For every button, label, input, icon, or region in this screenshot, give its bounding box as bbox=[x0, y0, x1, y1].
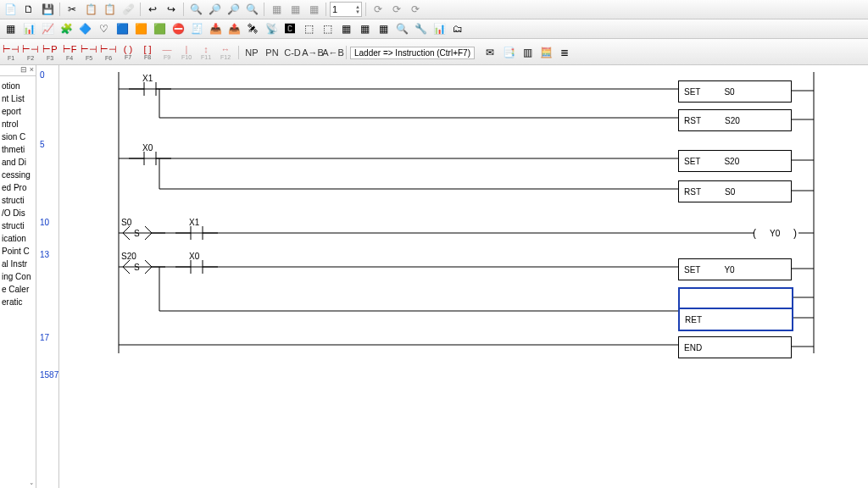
pill-2[interactable]: C-D bbox=[283, 47, 302, 58]
compile-1-icon[interactable]: ▦ bbox=[268, 1, 285, 18]
sidebar-item-9[interactable]: and Di bbox=[0, 156, 36, 169]
fkey-f12[interactable]: ↔F12 bbox=[216, 44, 235, 61]
output-box-0[interactable]: SETS0 bbox=[678, 80, 792, 103]
sidebar-item-11[interactable]: ed Pro bbox=[0, 181, 36, 194]
cut-icon[interactable]: ✂ bbox=[64, 1, 81, 18]
fkey-f8[interactable]: [ ]F8 bbox=[138, 44, 157, 61]
device-tool-11-icon[interactable]: 📥 bbox=[207, 20, 224, 37]
zoom-in-icon[interactable]: 🔎 bbox=[206, 1, 223, 18]
output-box-4[interactable]: SETY0 bbox=[678, 258, 792, 280]
sync-icon[interactable]: ⟳ bbox=[407, 1, 424, 18]
device-tool-24-icon[interactable]: 🗂 bbox=[449, 20, 466, 37]
zoom-out-icon[interactable]: 🔎 bbox=[225, 1, 242, 18]
output-device: S0 bbox=[725, 187, 735, 197]
sidebar-item-16[interactable]: ication bbox=[0, 232, 36, 245]
sidebar-item-6[interactable]: ntrol bbox=[0, 118, 36, 130]
fkey-f10[interactable]: |F10 bbox=[177, 44, 196, 61]
paste-icon[interactable]: 📋 bbox=[101, 1, 118, 18]
ladder-to-instruction-button[interactable]: Ladder => Instruction (Ctrl+F7) bbox=[350, 47, 475, 59]
find-icon[interactable]: 🔍 bbox=[243, 1, 260, 18]
refresh-icon[interactable]: ⟳ bbox=[370, 1, 387, 18]
device-tool-10-icon[interactable]: 🧾 bbox=[188, 20, 205, 37]
device-tool-4-icon[interactable]: 🔷 bbox=[76, 20, 93, 37]
device-tool-19-icon[interactable]: ▦ bbox=[356, 20, 373, 37]
output-box-7[interactable]: END bbox=[678, 336, 792, 358]
fkey-f3[interactable]: ⊢PF3 bbox=[41, 44, 59, 61]
compile-3-icon[interactable]: ▦ bbox=[305, 1, 322, 18]
sidebar-item-2[interactable]: nt List bbox=[0, 92, 36, 105]
pill-4[interactable]: A←B bbox=[324, 47, 342, 58]
undo-icon[interactable]: ↩ bbox=[144, 1, 161, 18]
device-tool-9-icon[interactable]: ⛔ bbox=[170, 20, 186, 37]
sidebar-item-12[interactable]: structi bbox=[0, 194, 36, 207]
output-box-6[interactable]: RET bbox=[678, 308, 793, 331]
sidebar-item-18[interactable]: al Instr bbox=[0, 258, 36, 270]
erase-icon[interactable]: 🩹 bbox=[120, 1, 136, 18]
fkey-f7[interactable]: ( )F7 bbox=[119, 44, 137, 61]
zoom-fit-icon[interactable]: 🔍 bbox=[187, 1, 204, 18]
sidebar-item-17[interactable]: Point C bbox=[0, 245, 36, 258]
device-tool-20-icon[interactable]: ▦ bbox=[375, 20, 392, 37]
post-tool-3-icon[interactable]: 🧮 bbox=[537, 44, 554, 61]
fkey-f2[interactable]: ⊢⊣F2 bbox=[21, 44, 40, 61]
sidebar-item-15[interactable]: structi bbox=[0, 219, 36, 232]
sidebar-item-1[interactable]: otion bbox=[0, 80, 36, 92]
fkey-f11[interactable]: ↕F11 bbox=[197, 44, 215, 61]
new-file-icon[interactable]: 📄 bbox=[2, 1, 19, 18]
online-icon[interactable]: ⟳ bbox=[388, 1, 405, 18]
device-tool-18-icon[interactable]: ▦ bbox=[337, 20, 354, 37]
device-tool-17-icon[interactable]: ⬚ bbox=[319, 20, 336, 37]
device-tool-15-icon[interactable]: 🅲 bbox=[281, 20, 298, 37]
device-tool-14-icon[interactable]: 📡 bbox=[263, 20, 280, 37]
sidebar-item-10[interactable]: cessing bbox=[0, 169, 36, 181]
device-tool-8-icon[interactable]: 🟩 bbox=[151, 20, 168, 37]
device-tool-12-icon[interactable]: 📤 bbox=[225, 20, 242, 37]
sidebar-item-21[interactable]: eratic bbox=[0, 296, 36, 308]
post-tool-4-icon[interactable]: ≣ bbox=[556, 44, 573, 61]
sidebar-item-3[interactable]: eport bbox=[0, 105, 36, 118]
device-tool-16-icon[interactable]: ⬚ bbox=[300, 20, 317, 37]
sidebar-item-20[interactable]: e Caler bbox=[0, 283, 36, 296]
ladder-canvas[interactable]: SS(Y0) X1X0S0X1S20X0SETS0RSTS20SETS20RST… bbox=[59, 65, 868, 488]
output-box-2[interactable]: SETS20 bbox=[678, 150, 792, 172]
copy-icon[interactable]: 📋 bbox=[82, 1, 99, 18]
pill-0[interactable]: NP bbox=[242, 47, 261, 58]
fkey-f4[interactable]: ⊢FF4 bbox=[60, 44, 79, 61]
device-tool-6-icon[interactable]: 🟦 bbox=[114, 20, 131, 37]
device-tool-5-icon[interactable]: ♡ bbox=[95, 20, 112, 37]
post-tool-1-icon[interactable]: 📑 bbox=[500, 44, 517, 61]
device-tool-21-icon[interactable]: 🔍 bbox=[393, 20, 410, 37]
network-spinner[interactable]: ▲▼ bbox=[330, 2, 362, 17]
sidebar-scroll-down-icon[interactable]: ˅ bbox=[30, 482, 34, 488]
output-box-3[interactable]: RSTS0 bbox=[678, 180, 792, 202]
device-tool-0-icon[interactable]: ▦ bbox=[2, 20, 19, 37]
sidebar-item-7[interactable]: sion C bbox=[0, 130, 36, 143]
device-tool-7-icon[interactable]: 🟧 bbox=[132, 20, 149, 37]
open-file-icon[interactable]: 🗋 bbox=[20, 1, 37, 18]
compile-2-icon[interactable]: ▦ bbox=[287, 1, 303, 18]
device-tool-13-icon[interactable]: 🛰 bbox=[244, 20, 261, 37]
post-tool-0-icon[interactable]: ✉ bbox=[481, 44, 498, 61]
sidebar-item-19[interactable]: ing Con bbox=[0, 270, 36, 283]
save-icon[interactable]: 💾 bbox=[39, 1, 56, 18]
project-sidebar[interactable]: ⊟ × otionnt Listeportntrolsion Cthmetian… bbox=[0, 65, 36, 488]
sidebar-item-13[interactable]: /O Dis bbox=[0, 207, 36, 219]
device-tool-1-icon[interactable]: 📊 bbox=[20, 20, 37, 37]
device-tool-2-icon[interactable]: 📈 bbox=[39, 20, 56, 37]
fkey-f5[interactable]: ⊢⊣F5 bbox=[80, 44, 98, 61]
pill-1[interactable]: PN bbox=[263, 47, 281, 58]
sidebar-header[interactable]: ⊟ × bbox=[0, 65, 36, 76]
post-tool-2-icon[interactable]: ▥ bbox=[519, 44, 536, 61]
device-tool-22-icon[interactable]: 🔧 bbox=[412, 20, 429, 37]
fkey-f1[interactable]: ⊢⊣F1 bbox=[2, 44, 20, 61]
contact-label-x0: X0 bbox=[189, 252, 199, 261]
network-spinner-input[interactable] bbox=[331, 4, 354, 14]
sidebar-item-8[interactable]: thmeti bbox=[0, 143, 36, 156]
output-box-1[interactable]: RSTS20 bbox=[678, 109, 792, 131]
device-tool-23-icon[interactable]: 📊 bbox=[431, 20, 448, 37]
fkey-f6[interactable]: ⊢⊣F6 bbox=[99, 44, 118, 61]
fkey-f9[interactable]: —F9 bbox=[158, 44, 176, 61]
device-tool-3-icon[interactable]: 🧩 bbox=[58, 20, 75, 37]
pill-3[interactable]: A→B bbox=[303, 47, 322, 58]
redo-icon[interactable]: ↪ bbox=[163, 1, 180, 18]
